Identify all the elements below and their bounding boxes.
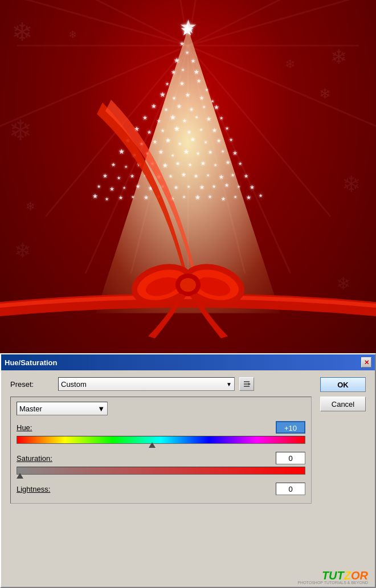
sliders-panel: Master ▼ Hue: +10 [10, 397, 312, 504]
preset-dropdown-arrow: ▼ [226, 381, 232, 387]
ok-button[interactable]: OK [320, 377, 366, 392]
cancel-button[interactable]: Cancel [320, 397, 366, 411]
dialog-buttons: OK Cancel [312, 377, 366, 504]
saturation-slider-row: Saturation: 0 [17, 452, 305, 475]
preset-menu-button[interactable] [239, 377, 254, 391]
lightness-row: Lightness: 0 [17, 483, 305, 495]
preset-value: Custom [61, 380, 87, 389]
snowflake: ❄ [330, 46, 347, 68]
hue-slider-row: Hue: +10 [17, 421, 305, 444]
svg-marker-136 [248, 383, 251, 385]
lightness-value-input[interactable]: 0 [276, 483, 305, 495]
canvas-preview: ★ ★ ★ ★ ★ ★ ★ ★ ★ ★ ★ ★ ★ ★ ★ ★ ★ ★ ★ ★ … [0, 0, 376, 353]
hue-value-input[interactable]: +10 [276, 421, 305, 434]
snowflake: ❄ [11, 17, 33, 47]
saturation-track[interactable] [17, 467, 305, 475]
tutzor-tagline: PHOTOSHOP TUTORIALS & BEYOND [297, 581, 368, 585]
hue-saturation-dialog: Hue/Saturation ✕ Preset: Custom ▼ [0, 353, 376, 588]
snowflake: ❄ [68, 28, 77, 41]
preset-dropdown[interactable]: Custom ▼ [58, 377, 235, 391]
lightness-label: Lightness: [17, 485, 50, 493]
preset-label: Preset: [10, 380, 56, 389]
dialog-titlebar: Hue/Saturation ✕ [1, 354, 375, 370]
ribbon-decoration [0, 0, 376, 353]
saturation-thumb[interactable] [17, 472, 23, 479]
snowflake: ❄ [336, 273, 350, 293]
dialog-title: Hue/Saturation [5, 358, 57, 367]
snowflake: ❄ [342, 171, 361, 197]
svg-point-132 [180, 278, 196, 292]
snowflake: ❄ [9, 114, 32, 147]
hue-track[interactable] [17, 436, 305, 444]
hue-thumb[interactable] [149, 441, 156, 448]
saturation-label: Saturation: [17, 454, 52, 463]
channel-value: Master [19, 405, 42, 413]
close-button[interactable]: ✕ [361, 357, 371, 368]
saturation-value-input[interactable]: 0 [276, 452, 305, 464]
snowflake: ❄ [319, 85, 331, 102]
snowflake: ❄ [26, 199, 35, 213]
snowflake: ❄ [285, 57, 295, 72]
channel-dropdown[interactable]: Master ▼ [17, 402, 108, 415]
channel-dropdown-arrow: ▼ [97, 405, 105, 413]
preset-row: Preset: Custom ▼ [10, 377, 312, 391]
snowflake: ❄ [14, 239, 31, 262]
hue-label: Hue: [17, 423, 32, 432]
menu-icon [243, 380, 251, 388]
